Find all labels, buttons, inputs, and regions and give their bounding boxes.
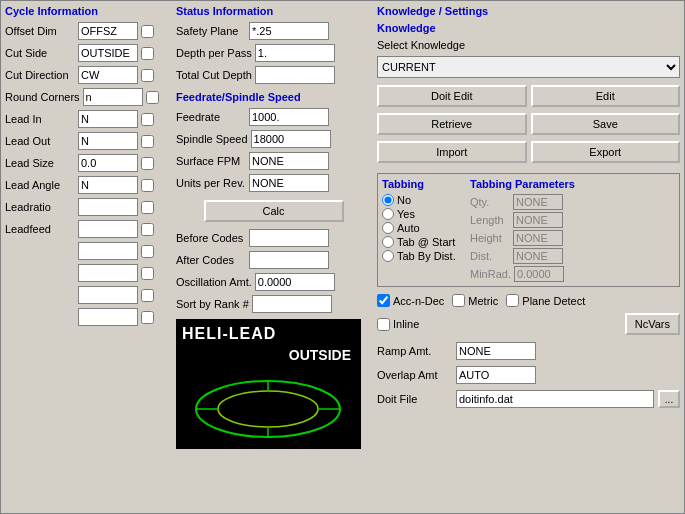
leadfeed-input[interactable] [78, 220, 138, 238]
tab-by-dist-label: Tab By Dist. [397, 250, 456, 262]
cut-side-checkbox[interactable] [141, 47, 154, 60]
feedrate-label: Feedrate [176, 111, 246, 123]
surface-fpm-input[interactable] [249, 152, 329, 170]
retrieve-button[interactable]: Retrieve [377, 113, 527, 135]
after-codes-label: After Codes [176, 254, 246, 266]
lead-angle-checkbox[interactable] [141, 179, 154, 192]
metric-checkbox[interactable] [452, 294, 465, 307]
round-corners-checkbox[interactable] [146, 91, 159, 104]
leadratio-checkbox[interactable] [141, 201, 154, 214]
depth-per-pass-input[interactable] [255, 44, 335, 62]
extra-checkbox-4[interactable] [141, 311, 154, 324]
import-export-row: Import Export [377, 141, 680, 163]
doit-file-input[interactable] [456, 390, 654, 408]
cut-direction-checkbox[interactable] [141, 69, 154, 82]
total-cut-depth-input[interactable] [255, 66, 335, 84]
spindle-speed-row: Spindle Speed [176, 130, 371, 148]
height-input[interactable] [513, 230, 563, 246]
spindle-speed-input[interactable] [251, 130, 331, 148]
total-cut-depth-label: Total Cut Depth [176, 69, 252, 81]
length-label: Length [470, 214, 510, 226]
dist-label: Dist. [470, 250, 510, 262]
feedrate-row: Feedrate [176, 108, 371, 126]
ncvars-button[interactable]: NcVars [625, 313, 680, 335]
tab-by-dist-radio[interactable] [382, 250, 394, 262]
edit-button[interactable]: Edit [531, 85, 681, 107]
acc-n-dec-label: Acc-n-Dec [393, 295, 444, 307]
lead-in-input[interactable] [78, 110, 138, 128]
tab-by-dist-row: Tab By Dist. [382, 250, 462, 262]
extra-checkbox-1[interactable] [141, 245, 154, 258]
minrad-input[interactable] [514, 266, 564, 282]
status-info-title: Status Information [176, 5, 371, 17]
tab-auto-radio[interactable] [382, 222, 394, 234]
lead-in-checkbox[interactable] [141, 113, 154, 126]
overlap-amt-input[interactable] [456, 366, 536, 384]
lead-size-input[interactable] [78, 154, 138, 172]
ramp-amt-row: Ramp Amt. [377, 342, 680, 360]
import-button[interactable]: Import [377, 141, 527, 163]
inline-checkbox[interactable] [377, 318, 390, 331]
lead-angle-input[interactable] [78, 176, 138, 194]
units-per-rev-input[interactable] [249, 174, 329, 192]
cut-direction-row: Cut Direction [5, 66, 170, 84]
tab-no-radio[interactable] [382, 194, 394, 206]
offset-dim-row: Offset Dim [5, 22, 170, 40]
offset-dim-checkbox[interactable] [141, 25, 154, 38]
cut-direction-input[interactable] [78, 66, 138, 84]
safety-plane-label: Safety Plane [176, 25, 246, 37]
extra-input-4[interactable] [78, 308, 138, 326]
extra-checkbox-2[interactable] [141, 267, 154, 280]
offset-dim-input[interactable] [78, 22, 138, 40]
knowledge-select[interactable]: CURRENT [377, 56, 680, 78]
lead-out-row: Lead Out [5, 132, 170, 150]
lead-angle-row: Lead Angle [5, 176, 170, 194]
extra-input-2[interactable] [78, 264, 138, 282]
browse-button[interactable]: ... [658, 390, 680, 408]
sort-by-rank-input[interactable] [252, 295, 332, 313]
round-corners-label: Round Corners [5, 91, 80, 103]
lead-out-input[interactable] [78, 132, 138, 150]
tabbing-params-panel: Tabbing Parameters Qty. Length Height Di… [470, 178, 675, 282]
export-button[interactable]: Export [531, 141, 681, 163]
plane-detect-checkbox[interactable] [506, 294, 519, 307]
extra-input-1[interactable] [78, 242, 138, 260]
leadfeed-checkbox[interactable] [141, 223, 154, 236]
calc-button[interactable]: Calc [204, 200, 344, 222]
cut-side-input[interactable] [78, 44, 138, 62]
doit-edit-button[interactable]: Doit Edit [377, 85, 527, 107]
qty-input[interactable] [513, 194, 563, 210]
dist-input[interactable] [513, 248, 563, 264]
preview-svg [176, 319, 361, 449]
cut-direction-label: Cut Direction [5, 69, 75, 81]
height-label: Height [470, 232, 510, 244]
sort-by-rank-label: Sort by Rank # [176, 298, 249, 310]
save-button[interactable]: Save [531, 113, 681, 135]
lead-out-checkbox[interactable] [141, 135, 154, 148]
length-input[interactable] [513, 212, 563, 228]
tab-at-start-radio[interactable] [382, 236, 394, 248]
cycle-info-title: Cycle Information [5, 5, 170, 17]
qty-row: Qty. [470, 194, 675, 210]
knowledge-label: Knowledge [377, 22, 436, 34]
before-codes-input[interactable] [249, 229, 329, 247]
length-row: Length [470, 212, 675, 228]
plane-detect-row: Plane Detect [506, 294, 585, 307]
tab-yes-radio[interactable] [382, 208, 394, 220]
safety-plane-input[interactable] [249, 22, 329, 40]
round-corners-input[interactable] [83, 88, 143, 106]
lead-size-checkbox[interactable] [141, 157, 154, 170]
leadratio-label: Leadratio [5, 201, 75, 213]
acc-n-dec-checkbox[interactable] [377, 294, 390, 307]
after-codes-input[interactable] [249, 251, 329, 269]
extra-checkbox-3[interactable] [141, 289, 154, 302]
oscillation-amt-input[interactable] [255, 273, 335, 291]
leadratio-input[interactable] [78, 198, 138, 216]
before-codes-row: Before Codes [176, 229, 371, 247]
feedrate-input[interactable] [249, 108, 329, 126]
ramp-amt-label: Ramp Amt. [377, 345, 452, 357]
ramp-amt-input[interactable] [456, 342, 536, 360]
extra-row-4 [5, 308, 170, 326]
oscillation-amt-row: Oscillation Amt. [176, 273, 371, 291]
extra-input-3[interactable] [78, 286, 138, 304]
